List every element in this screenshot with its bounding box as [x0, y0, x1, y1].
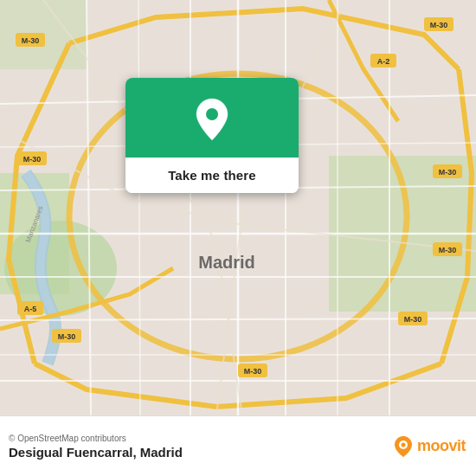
svg-text:M-30: M-30 — [58, 332, 76, 341]
svg-text:M-30: M-30 — [23, 155, 42, 164]
svg-point-45 — [401, 442, 405, 447]
svg-text:M-30: M-30 — [404, 315, 422, 324]
popup-card: Take me there — [125, 78, 299, 193]
popup-header — [125, 78, 299, 158]
svg-text:M-30: M-30 — [430, 21, 448, 29]
moovit-text: moovit — [417, 437, 466, 455]
svg-text:M-30: M-30 — [439, 246, 457, 254]
place-name: Desigual Fuencarral, Madrid — [9, 445, 183, 460]
svg-text:A-5: A-5 — [24, 305, 37, 313]
svg-text:M-30: M-30 — [244, 367, 262, 376]
svg-point-43 — [206, 108, 218, 120]
svg-text:Madrid: Madrid — [198, 253, 255, 272]
location-pin-icon — [193, 97, 231, 142]
moovit-logo[interactable]: moovit — [389, 433, 466, 460]
svg-text:M-30: M-30 — [439, 168, 457, 177]
svg-text:A-2: A-2 — [377, 57, 390, 66]
map-background: M-30 M-30 M-30 M-30 M-30 M-30 M-30 M-30 … — [0, 0, 476, 415]
osm-credit: © OpenStreetMap contributors — [9, 434, 183, 443]
bottom-bar: © OpenStreetMap contributors Desigual Fu… — [0, 415, 476, 476]
take-me-there-button[interactable]: Take me there — [125, 158, 299, 193]
map-container: M-30 M-30 M-30 M-30 M-30 M-30 M-30 M-30 … — [0, 0, 476, 415]
svg-text:M-30: M-30 — [22, 36, 40, 45]
moovit-brand-icon — [389, 433, 417, 460]
bottom-left-info: © OpenStreetMap contributors Desigual Fu… — [9, 434, 183, 460]
